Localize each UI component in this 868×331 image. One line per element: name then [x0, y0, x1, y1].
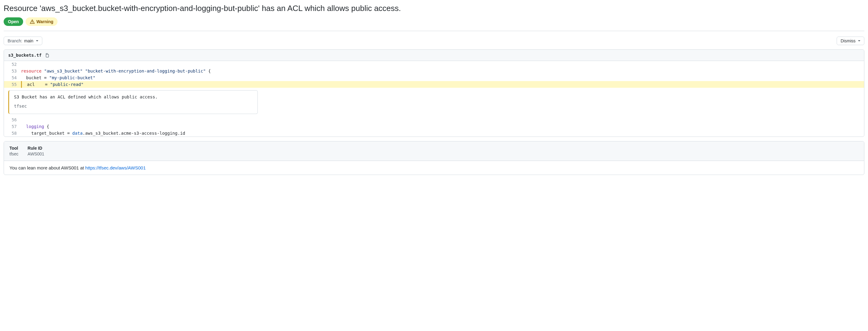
metadata-panel: Tool tfsec Rule ID AWS001 You can lean m…	[4, 141, 864, 175]
code-line: 54 bucket = "my-public-bucket"	[4, 74, 864, 81]
tool-value: tfsec	[9, 151, 19, 156]
metadata-rule: Rule ID AWS001	[28, 146, 44, 156]
line-number: 53	[4, 68, 21, 74]
alert-title: Resource 'aws_s3_bucket.bucket-with-encr…	[4, 4, 864, 13]
learn-more-text: You can lean more about AWS001 at	[9, 165, 85, 170]
code-body: 52 53 resource "aws_s3_bucket" "bucket-w…	[4, 61, 864, 137]
metadata-tool: Tool tfsec	[9, 146, 19, 156]
line-number: 56	[4, 116, 21, 123]
line-number: 54	[4, 74, 21, 81]
toolbar: Branch: main Dismiss	[4, 36, 864, 45]
status-open-badge: Open	[4, 17, 23, 26]
warning-triangle-icon	[30, 19, 35, 24]
inline-alert: S3 Bucket has an ACL defined which allow…	[8, 90, 258, 114]
branch-selector[interactable]: Branch: main	[4, 36, 42, 45]
code-line-highlighted: 55 acl = "public-read"	[4, 81, 864, 88]
badge-row: Open Warning	[4, 17, 864, 26]
svg-rect-2	[46, 54, 49, 57]
code-line: 52	[4, 61, 864, 68]
code-line: 57 logging {	[4, 123, 864, 130]
copy-icon[interactable]	[45, 53, 49, 58]
rule-label: Rule ID	[28, 146, 44, 150]
line-number: 58	[4, 130, 21, 137]
alert-message: S3 Bucket has an ACL defined which allow…	[14, 93, 253, 101]
line-number: 55	[4, 81, 21, 88]
divider	[4, 31, 864, 31]
code-panel: s3_buckets.tf 52 53 resource "aws_s3_buc…	[4, 49, 864, 137]
dismiss-label: Dismiss	[841, 38, 856, 43]
chevron-down-icon	[36, 40, 38, 42]
line-number: 52	[4, 61, 21, 68]
dismiss-button[interactable]: Dismiss	[837, 36, 864, 45]
code-line: 58 target_bucket = data.aws_s3_bucket.ac…	[4, 130, 864, 137]
tool-label: Tool	[9, 146, 19, 150]
code-file-header: s3_buckets.tf	[4, 50, 864, 61]
code-line: 56	[4, 116, 864, 123]
code-line: 53 resource "aws_s3_bucket" "bucket-with…	[4, 68, 864, 74]
chevron-down-icon	[858, 40, 860, 42]
line-number: 57	[4, 123, 21, 130]
metadata-header: Tool tfsec Rule ID AWS001	[4, 141, 864, 161]
severity-label: Warning	[36, 19, 53, 24]
svg-point-1	[32, 23, 32, 23]
branch-value: main	[24, 38, 33, 43]
branch-label: Branch:	[8, 38, 22, 43]
severity-warning-badge: Warning	[26, 17, 58, 26]
rule-value: AWS001	[28, 151, 44, 156]
file-name: s3_buckets.tf	[8, 53, 42, 58]
learn-more-row: You can lean more about AWS001 at https:…	[4, 161, 864, 175]
alert-tool: tfsec	[14, 103, 253, 110]
learn-more-link[interactable]: https://tfsec.dev/aws/AWS001	[85, 165, 146, 170]
